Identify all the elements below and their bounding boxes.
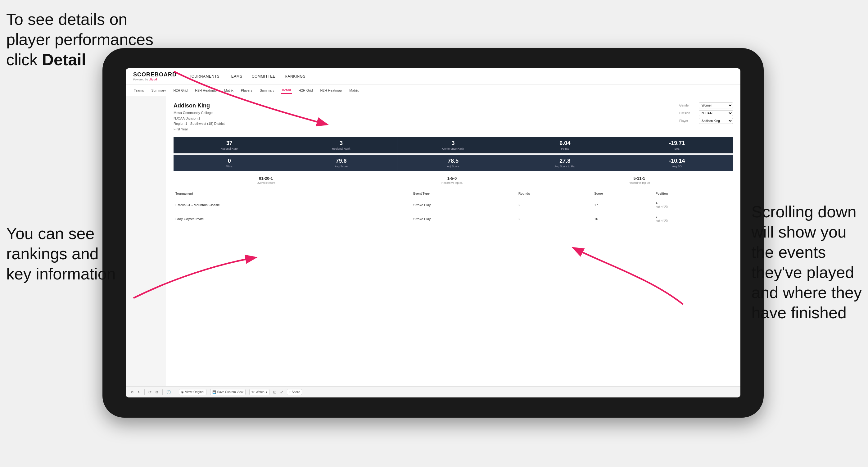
stat-adj-score-label: Adj Score <box>400 165 506 168</box>
player-label: Player <box>679 119 696 123</box>
stats-row2: 0 Wins 79.6 Avg Score 78.5 Adj Score 27.… <box>174 155 733 171</box>
record-top25: 1-5-0 Record vs top 25 <box>441 176 463 184</box>
gender-label: Gender <box>679 104 696 107</box>
table-row: Lady Coyote Invite Stroke Play 2 16 7out… <box>174 212 733 226</box>
nav-teams[interactable]: TEAMS <box>229 73 243 80</box>
score-1: 17 <box>592 198 653 212</box>
player-division: NJCAA Division 1 <box>174 117 200 120</box>
rounds-2: 2 <box>517 212 592 226</box>
refresh-icon[interactable]: ⟳ <box>148 390 152 394</box>
position-1: 4out of 20 <box>654 198 733 212</box>
subnav-teams[interactable]: Teams <box>133 87 144 93</box>
settings-icon[interactable]: ⚙ <box>155 390 159 394</box>
col-score: Score <box>592 189 653 198</box>
subnav-detail[interactable]: Detail <box>281 87 292 94</box>
logo-brand: clippd <box>149 78 157 81</box>
nav-tournaments[interactable]: TOURNAMENTS <box>189 73 219 80</box>
top-nav: SCOREBOARD Powered by clippd TOURNAMENTS… <box>126 68 740 85</box>
subnav-h2h-grid2[interactable]: H2H Grid <box>298 87 314 93</box>
position-2: 7out of 20 <box>654 212 733 226</box>
stat-regional-rank-label: Regional Rank <box>288 147 394 150</box>
toolbar-separator-1 <box>144 390 145 395</box>
division-label: Division <box>679 112 696 115</box>
player-select[interactable]: Addison King <box>699 118 733 124</box>
toolbar-separator-3 <box>175 390 175 395</box>
undo-icon[interactable]: ↺ <box>131 390 134 394</box>
stat-avg-score-value: 79.6 <box>288 158 394 164</box>
subnav-h2h-heatmap[interactable]: H2H Heatmap <box>194 87 217 93</box>
save-custom-view-button[interactable]: 💾 Save Custom View <box>210 389 246 395</box>
record-overall: 91-20-1 Overall Record <box>257 176 275 184</box>
record-top50-value: 5-11-1 <box>633 176 645 181</box>
stat-points-label: Points <box>512 147 618 150</box>
gender-select[interactable]: Women <box>699 102 733 108</box>
stat-conference-rank-label: Conference Rank <box>400 147 506 150</box>
annotation-bottomleft: You can see rankings and key information <box>6 224 116 284</box>
share-label: Share <box>292 390 300 394</box>
subnav-matrix[interactable]: Matrix <box>223 87 234 93</box>
stat-sos: -19.71 SoS <box>621 137 733 153</box>
player-school: Mesa Community College <box>174 111 213 115</box>
subnav-summary[interactable]: Summary <box>151 87 166 93</box>
content-area: Addison King Mesa Community College NJCA… <box>166 96 740 386</box>
view-label: View: Original <box>185 390 204 394</box>
share-icon: ⤴ <box>289 390 290 394</box>
division-filter-row: Division NJCAA I <box>679 110 733 116</box>
stat-avg-par-label: Avg Score to Par <box>512 165 618 168</box>
stat-conference-rank-value: 3 <box>400 140 506 147</box>
stat-points: 6.04 Points <box>509 137 621 153</box>
share-button[interactable]: ⤴ Share <box>287 389 302 395</box>
stat-wins-label: Wins <box>176 165 282 168</box>
stat-avg-sg-label: Avg SG <box>624 165 731 168</box>
nav-items: TOURNAMENTS TEAMS COMMITTEE RANKINGS <box>189 73 306 80</box>
record-top25-label: Record vs top 25 <box>441 181 463 184</box>
watch-button[interactable]: 👁 Watch ▾ <box>249 389 270 395</box>
record-top25-value: 1-5-0 <box>447 176 457 181</box>
subnav-players[interactable]: Players <box>240 87 253 93</box>
logo-text: SCOREBOARD <box>133 71 177 78</box>
nav-rankings[interactable]: RANKINGS <box>285 73 306 80</box>
col-tournament: Tournament <box>174 189 411 198</box>
stat-national-rank-value: 37 <box>176 140 282 147</box>
watch-chevron: ▾ <box>266 390 267 394</box>
subnav-h2h-heatmap2[interactable]: H2H Heatmap <box>320 87 343 93</box>
subnav-matrix2[interactable]: Matrix <box>349 87 359 93</box>
fullscreen-icon[interactable]: ⤢ <box>280 390 283 394</box>
sub-nav: Teams Summary H2H Grid H2H Heatmap Matri… <box>126 85 740 96</box>
annotation-bold: Detail <box>42 51 86 69</box>
stat-national-rank: 37 National Rank <box>174 137 285 153</box>
stat-avg-par: 27.8 Avg Score to Par <box>509 155 621 171</box>
stat-wins: 0 Wins <box>174 155 285 171</box>
stat-conference-rank: 3 Conference Rank <box>397 137 509 153</box>
stat-adj-score: 78.5 Adj Score <box>397 155 509 171</box>
subnav-summary2[interactable]: Summary <box>259 87 275 93</box>
bottom-toolbar: ↺ ↻ ⟳ ⚙ 🕐 ◉ View: Original 💾 Save Custom… <box>126 386 740 398</box>
stat-sos-label: SoS <box>624 147 731 150</box>
player-year: First Year <box>174 127 188 131</box>
annotation-topleft: To see details on player performances cl… <box>6 9 153 70</box>
rounds-1: 2 <box>517 198 592 212</box>
left-sidebar <box>126 96 166 386</box>
tablet-frame: SCOREBOARD Powered by clippd TOURNAMENTS… <box>102 48 764 417</box>
logo-area: SCOREBOARD Powered by clippd <box>133 71 177 81</box>
stat-avg-sg-value: -10.14 <box>624 158 731 164</box>
screen-icon[interactable]: ⊡ <box>273 390 276 394</box>
stat-wins-value: 0 <box>176 158 282 164</box>
redo-icon[interactable]: ↻ <box>137 390 141 394</box>
col-event-type: Event Type <box>411 189 517 198</box>
stat-regional-rank: 3 Regional Rank <box>285 137 397 153</box>
view-original-button[interactable]: ◉ View: Original <box>179 389 207 395</box>
event-type-2: Stroke Play <box>411 212 517 226</box>
stat-avg-score-label: Avg Score <box>288 165 394 168</box>
event-type-1: Stroke Play <box>411 198 517 212</box>
stats-row1: 37 National Rank 3 Regional Rank 3 Confe… <box>174 137 733 153</box>
subnav-h2h-grid[interactable]: H2H Grid <box>173 87 188 93</box>
nav-committee[interactable]: COMMITTEE <box>252 73 276 80</box>
clock-icon[interactable]: 🕐 <box>166 390 171 394</box>
toolbar-separator-2 <box>162 390 163 395</box>
tournament-table: Tournament Event Type Rounds Score Posit… <box>174 189 733 226</box>
watch-icon: 👁 <box>251 390 254 394</box>
division-select[interactable]: NJCAA I <box>699 110 733 116</box>
stat-avg-par-value: 27.8 <box>512 158 618 164</box>
record-overall-label: Overall Record <box>257 181 275 184</box>
